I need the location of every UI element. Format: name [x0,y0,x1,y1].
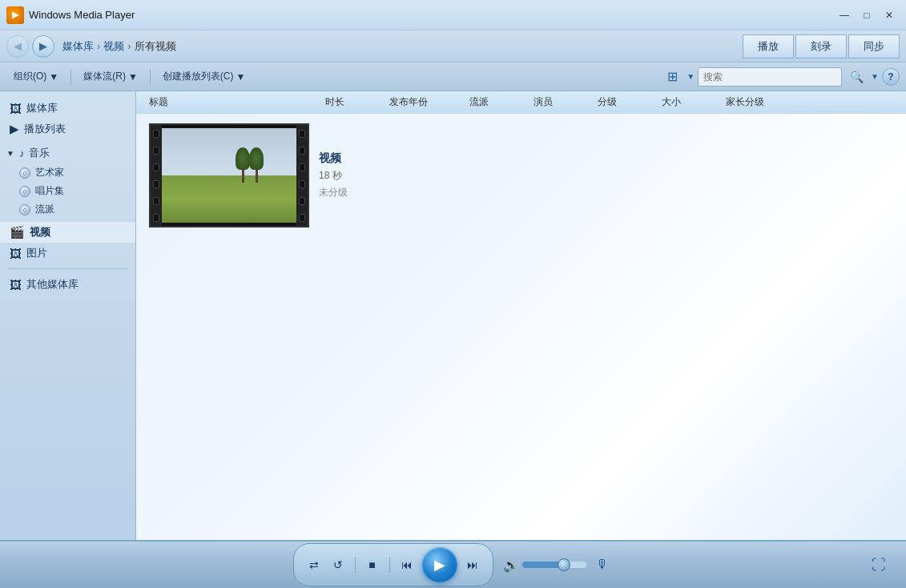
next-button[interactable]: ⏭ [462,554,483,575]
video-list-item: 视频 18 秒 未分级 [136,114,906,237]
breadcrumb-allvideo[interactable]: 所有视频 [135,39,176,54]
sidebar-playlist-label: 播放列表 [24,122,66,136]
organize-button[interactable]: 组织(O) ▼ [6,66,66,87]
sidebar-library-label: 媒体库 [26,101,58,115]
tab-burn[interactable]: 刻录 [795,34,847,58]
scene-tree-1 [236,151,250,183]
toolbar-separator-2 [150,69,151,85]
sidebar-item-music[interactable]: ▼ ♪ 音乐 [0,143,135,163]
volume-area: 🔊 [503,558,586,573]
controls-separator-2 [389,557,390,573]
fullscreen-button[interactable]: ⛶ [868,554,890,576]
maximize-button[interactable]: □ [856,7,877,23]
tree-top-2 [249,147,264,170]
sidebar-music-label: 音乐 [29,146,50,160]
header-tabs: 播放 刻录 同步 [743,34,900,58]
video-info: 视频 18 秒 未分级 [319,151,348,199]
sidebar-separator [8,268,127,269]
prev-button[interactable]: ⏮ [397,554,417,575]
sidebar-albums-label: 唱片集 [35,184,64,198]
video-title: 视频 [319,151,348,166]
window-controls: — □ ✕ [834,7,900,23]
navbar: ◀ ▶ 媒体库 › 视频 › 所有视频 播放 刻录 同步 [0,30,906,62]
sidebar-item-other-libraries[interactable]: 🖼 其他媒体库 [0,274,135,295]
video-thumbnail[interactable] [149,123,309,228]
back-button[interactable]: ◀ [6,35,29,58]
sidebar-genres-label: 流派 [35,203,54,216]
view-dropdown-icon: ▼ [687,72,695,81]
app-icon: ▶ [6,6,24,24]
other-libraries-icon: 🖼 [10,278,22,292]
window-title: Windows Media Player [29,9,834,21]
repeat-button[interactable]: ↺ [328,554,348,575]
col-rating[interactable]: 分级 [591,95,655,109]
film-image [162,128,296,223]
sidebar-other-libraries-label: 其他媒体库 [26,277,79,292]
video-duration: 18 秒 [319,169,348,183]
play-button[interactable]: ▶ [422,547,457,582]
repeat-icon: ↺ [333,558,343,571]
breadcrumb-sep1: › [97,40,100,52]
film-hole [299,130,305,138]
help-button[interactable]: ? [882,68,900,86]
col-genre[interactable]: 流派 [463,95,527,109]
playlist-icon: ▶ [10,122,19,136]
sidebar-item-playlist[interactable]: ▶ 播放列表 [0,119,135,139]
tab-sync[interactable]: 同步 [848,34,900,58]
play-icon: ▶ [434,556,445,574]
controls-wrap: ⇄ ↺ ■ ⏮ ▶ ⏭ [293,543,493,586]
main-area: 🖼 媒体库 ▶ 播放列表 ▼ ♪ 音乐 ○ 艺术家 ○ 唱片集 ○ 流派 [0,91,906,540]
search-input[interactable] [698,67,842,87]
create-playlist-label: 创建播放列表(C) [163,70,234,83]
sidebar-item-library[interactable]: 🖼 媒体库 [0,98,135,119]
sidebar-music-group: ▼ ♪ 音乐 ○ 艺术家 ○ 唱片集 ○ 流派 [0,139,135,222]
film-hole [153,147,159,155]
tree-top [236,147,250,170]
sidebar-item-artists[interactable]: ○ 艺术家 [0,163,135,182]
search-dropdown-icon: ▼ [871,72,879,81]
sidebar-item-video[interactable]: 🎬 视频 [0,222,135,243]
volume-icon[interactable]: 🔊 [503,558,519,573]
tab-play[interactable]: 播放 [743,34,794,58]
col-year[interactable]: 发布年份 [383,95,463,109]
stop-icon: ■ [368,558,375,571]
scene-sky [162,128,296,180]
sidebar-item-pictures[interactable]: 🖼 图片 [0,243,135,264]
col-duration[interactable]: 时长 [319,95,383,109]
film-holes-left [151,125,162,226]
col-size[interactable]: 大小 [655,95,719,109]
video-icon: 🎬 [10,225,25,240]
close-button[interactable]: ✕ [879,7,900,23]
minimize-button[interactable]: — [834,7,855,23]
stop-button[interactable]: ■ [362,554,383,575]
breadcrumb-library[interactable]: 媒体库 [62,39,94,54]
col-artist[interactable]: 演员 [527,95,591,109]
film-hole [299,197,305,205]
scene-field [162,175,296,223]
film-hole [153,180,159,188]
view-options-button[interactable]: ⊞ [661,66,683,87]
albums-sub-icon: ○ [19,186,30,197]
shuffle-button[interactable]: ⇄ [304,554,324,575]
volume-thumb[interactable] [558,558,570,571]
col-parental[interactable]: 家长分级 [719,95,799,109]
breadcrumb-video[interactable]: 视频 [103,39,124,54]
film-hole [153,214,159,222]
sidebar-item-genres[interactable]: ○ 流派 [0,200,135,219]
sidebar-pictures-label: 图片 [26,246,47,260]
organize-dropdown-icon: ▼ [49,71,58,83]
create-playlist-dropdown-icon: ▼ [236,71,245,83]
organize-label: 组织(O) [14,70,46,83]
search-button[interactable]: 🔍 [845,66,868,87]
media-stream-button[interactable]: 媒体流(R) ▼ [76,66,145,87]
sidebar-video-label: 视频 [30,225,50,240]
col-title[interactable]: 标题 [143,95,319,109]
mic-button[interactable]: 🎙 [591,554,614,576]
volume-slider[interactable] [522,562,586,568]
controls-separator-1 [355,557,356,573]
breadcrumb-sep2: › [127,40,131,52]
sidebar-item-albums[interactable]: ○ 唱片集 [0,182,135,200]
create-playlist-button[interactable]: 创建播放列表(C) ▼ [155,66,253,87]
forward-button[interactable]: ▶ [32,35,54,58]
film-hole [153,197,159,205]
